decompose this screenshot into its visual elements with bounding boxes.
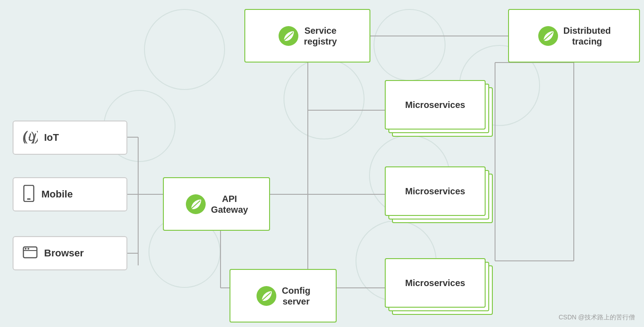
browser-label: Browser xyxy=(44,247,84,259)
microservices-label-1: Microservices xyxy=(405,99,465,110)
service-registry-box: Serviceregistry xyxy=(244,9,370,63)
client-browser: Browser xyxy=(13,236,127,270)
microservices-label-3: Microservices xyxy=(405,278,465,288)
client-mobile: Mobile xyxy=(13,177,127,211)
microservices-stack-2: Microservices xyxy=(385,166,493,228)
mobile-label: Mobile xyxy=(41,188,73,200)
api-gateway-box: APIGateway xyxy=(163,177,270,231)
browser-icon xyxy=(23,245,38,262)
leaf-icon-service-registry xyxy=(278,25,299,47)
leaf-icon-config-server xyxy=(256,285,277,307)
client-iot: (·) (ɥ) IoT xyxy=(13,121,127,155)
distributed-tracing-box: Distributedtracing xyxy=(508,9,640,63)
config-server-label: Configserver xyxy=(282,285,310,307)
api-gateway-label: APIGateway xyxy=(211,193,248,215)
microservices-stack-3: Microservices xyxy=(385,258,493,319)
svg-text:(ɥ): (ɥ) xyxy=(23,129,38,143)
iot-label: IoT xyxy=(44,132,59,143)
microservices-label-2: Microservices xyxy=(405,186,465,197)
svg-rect-24 xyxy=(27,198,31,200)
microservices-stack-1: Microservices xyxy=(385,80,493,141)
mobile-icon xyxy=(23,185,35,204)
diagram-container: (·) (ɥ) IoT Mobile Browser xyxy=(0,0,644,327)
distributed-tracing-label: Distributedtracing xyxy=(563,25,611,47)
csdn-watermark: CSDN @技术路上的苦行僧 xyxy=(558,314,635,322)
svg-point-28 xyxy=(27,248,29,250)
config-server-box: Configserver xyxy=(230,269,337,323)
leaf-icon-api-gateway xyxy=(185,193,207,215)
svg-point-27 xyxy=(25,248,27,250)
leaf-icon-distributed-tracing xyxy=(537,25,559,47)
service-registry-label: Serviceregistry xyxy=(304,25,337,47)
wifi-icon: (·) (ɥ) xyxy=(23,128,38,147)
